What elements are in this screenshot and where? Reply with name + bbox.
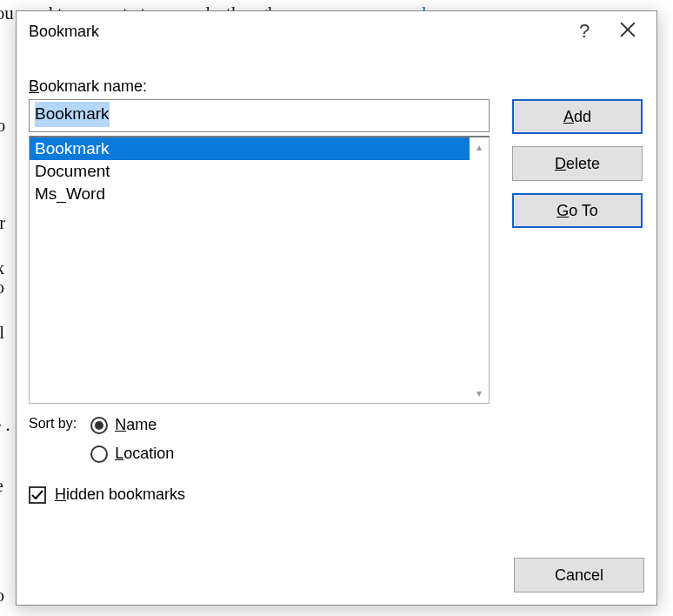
radio-label: Name: [115, 416, 157, 434]
bookmark-name-label: Bookmark name:: [29, 77, 644, 96]
checkmark-icon: [30, 488, 44, 502]
bg-frag: oo: [0, 585, 4, 606]
help-button[interactable]: ?: [563, 20, 606, 43]
hidden-bookmarks-checkbox[interactable]: Hidden bookmarks: [29, 485, 495, 504]
sort-by-group: Sort by: NameLocation: [29, 416, 495, 463]
list-item[interactable]: Document: [30, 160, 470, 183]
close-button[interactable]: [606, 22, 650, 42]
cancel-button[interactable]: Cancel: [514, 558, 644, 593]
dialog-titlebar: Bookmark ?: [17, 11, 656, 51]
sort-by-label: Sort by:: [29, 416, 77, 432]
checkbox-box: [29, 486, 46, 504]
hidden-bookmarks-label: Hidden bookmarks: [55, 485, 185, 504]
sort-radio-location[interactable]: Location: [90, 445, 174, 463]
bookmark-name-input[interactable]: Bookmark: [29, 99, 490, 132]
add-button[interactable]: Add: [512, 99, 643, 134]
bg-frag: to: [0, 115, 5, 137]
delete-button[interactable]: Delete: [512, 146, 643, 181]
scroll-down-icon[interactable]: ▾: [476, 387, 482, 399]
bookmark-dialog: Bookmark ? Bookmark name: Bookmark Bookm…: [16, 10, 657, 606]
bg-frag: he: [0, 475, 3, 497]
scroll-up-icon[interactable]: ▴: [476, 141, 482, 153]
bg-frag: oo: [0, 277, 4, 298]
close-icon: [620, 22, 636, 37]
list-item[interactable]: Bookmark: [30, 137, 470, 160]
dialog-title: Bookmark: [29, 23, 563, 41]
radio-circle: [90, 445, 108, 463]
radio-dot-icon: [95, 421, 103, 430]
scrollbar[interactable]: ▴ ▾: [470, 137, 489, 403]
sort-radio-name[interactable]: Name: [90, 416, 174, 434]
list-item[interactable]: Ms_Word: [30, 183, 470, 205]
bg-frag: ar: [0, 212, 5, 234]
bg-frag: al: [0, 322, 4, 344]
bookmark-name-value: Bookmark: [35, 102, 110, 127]
dialog-content: Bookmark name: Bookmark BookmarkDocument…: [29, 77, 644, 593]
radio-circle: [90, 417, 108, 434]
bg-frag: e .: [0, 414, 10, 436]
goto-button[interactable]: Go To: [512, 193, 643, 228]
bookmark-list[interactable]: BookmarkDocumentMs_Word ▴ ▾: [29, 136, 490, 404]
radio-label: Location: [115, 445, 174, 463]
